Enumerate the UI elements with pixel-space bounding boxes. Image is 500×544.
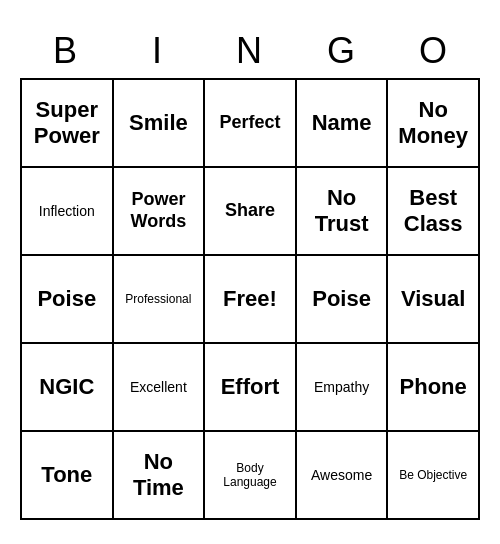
cell-text: Power Words (118, 189, 200, 232)
cell-text: Poise (37, 286, 96, 312)
cell-text: Visual (401, 286, 465, 312)
bingo-cell: Best Class (388, 168, 480, 256)
cell-text: No Money (392, 97, 474, 150)
bingo-cell: NGIC (22, 344, 114, 432)
bingo-cell: No Money (388, 80, 480, 168)
bingo-cell: Inflection (22, 168, 114, 256)
cell-text: Empathy (314, 379, 369, 396)
bingo-cell: Power Words (114, 168, 206, 256)
header-letter: I (112, 24, 204, 78)
header-letter: N (204, 24, 296, 78)
cell-text: Perfect (219, 112, 280, 134)
cell-text: Tone (41, 462, 92, 488)
bingo-cell: Be Objective (388, 432, 480, 520)
bingo-grid: Super PowerSmilePerfectNameNo MoneyInfle… (20, 78, 480, 520)
cell-text: Excellent (130, 379, 187, 396)
cell-text: Smile (129, 110, 188, 136)
cell-text: Professional (125, 292, 191, 306)
cell-text: Free! (223, 286, 277, 312)
bingo-cell: Perfect (205, 80, 297, 168)
header-letter: G (296, 24, 388, 78)
cell-text: Be Objective (399, 468, 467, 482)
bingo-cell: Name (297, 80, 389, 168)
bingo-cell: Share (205, 168, 297, 256)
bingo-cell: Super Power (22, 80, 114, 168)
bingo-cell: Excellent (114, 344, 206, 432)
cell-text: Poise (312, 286, 371, 312)
bingo-cell: No Trust (297, 168, 389, 256)
cell-text: Awesome (311, 467, 372, 484)
cell-text: No Time (118, 449, 200, 502)
bingo-cell: No Time (114, 432, 206, 520)
cell-text: NGIC (39, 374, 94, 400)
bingo-header: BINGO (20, 24, 480, 78)
cell-text: Body Language (209, 461, 291, 490)
bingo-cell: Visual (388, 256, 480, 344)
cell-text: Inflection (39, 203, 95, 220)
bingo-cell: Awesome (297, 432, 389, 520)
bingo-cell: Professional (114, 256, 206, 344)
cell-text: Super Power (26, 97, 108, 150)
header-letter: O (388, 24, 480, 78)
bingo-cell: Phone (388, 344, 480, 432)
bingo-cell: Body Language (205, 432, 297, 520)
header-letter: B (20, 24, 112, 78)
bingo-cell: Free! (205, 256, 297, 344)
bingo-card: BINGO Super PowerSmilePerfectNameNo Mone… (20, 24, 480, 520)
bingo-cell: Poise (297, 256, 389, 344)
cell-text: Best Class (392, 185, 474, 238)
bingo-cell: Effort (205, 344, 297, 432)
bingo-cell: Empathy (297, 344, 389, 432)
bingo-cell: Smile (114, 80, 206, 168)
bingo-cell: Tone (22, 432, 114, 520)
cell-text: Name (312, 110, 372, 136)
cell-text: Phone (400, 374, 467, 400)
cell-text: No Trust (301, 185, 383, 238)
bingo-cell: Poise (22, 256, 114, 344)
cell-text: Effort (221, 374, 280, 400)
cell-text: Share (225, 200, 275, 222)
